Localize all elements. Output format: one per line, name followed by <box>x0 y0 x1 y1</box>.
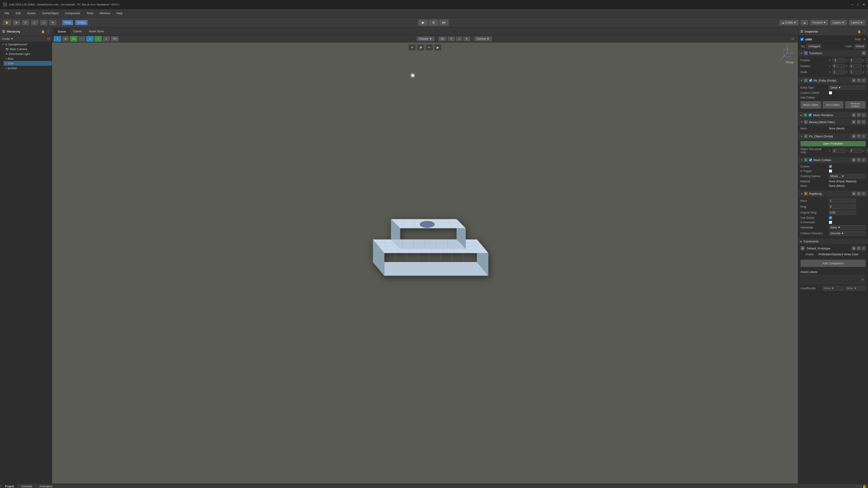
asset-labels-icon[interactable]: ⊕ <box>862 278 864 281</box>
layer-btn-x[interactable]: X <box>86 36 94 41</box>
window-controls[interactable]: ─ □ ✕ <box>851 3 865 6</box>
tool-rect[interactable]: ▭ <box>40 20 48 25</box>
menu-help[interactable]: Help <box>114 11 125 16</box>
is-trigger-checkbox[interactable] <box>829 169 832 173</box>
dp-more[interactable]: ⋮ <box>862 246 866 250</box>
global-btn[interactable]: Global <box>75 20 88 25</box>
mesh-renderer-more[interactable]: ⋮ <box>862 113 866 117</box>
play-btn[interactable]: ▶ <box>418 19 428 26</box>
mesh-collider-btn[interactable]: Mesh Collider <box>800 101 821 109</box>
layer-btn-3d[interactable]: 3D▾ <box>111 36 119 41</box>
account-btn[interactable]: Account ▼ <box>810 20 829 25</box>
menu-file[interactable]: File <box>2 11 12 16</box>
hierarchy-more[interactable]: ⋮ <box>46 30 50 33</box>
lighting-btn[interactable]: ☀ <box>447 36 455 41</box>
hierarchy-item-camera[interactable]: 📷 Main Camera <box>4 47 52 52</box>
scale-y-input[interactable] <box>849 70 862 74</box>
mesh-filter-more[interactable]: ⋮ <box>862 120 866 124</box>
ab-value1[interactable]: None ▼ <box>823 286 843 291</box>
layer-btn-y[interactable]: Y <box>94 36 102 41</box>
pb-object-settings[interactable]: ⚙ <box>852 134 856 138</box>
inspector-more[interactable]: ⋮ <box>863 30 866 33</box>
tab-game[interactable]: Game <box>70 28 85 34</box>
drag-input[interactable] <box>829 204 856 209</box>
bottom-minimize[interactable]: ─ <box>857 485 859 488</box>
tool-move[interactable]: ⊕ <box>13 20 20 25</box>
tab-asset-store[interactable]: Asset Store <box>85 28 107 34</box>
mesh-filter-settings[interactable]: ⚙ <box>852 120 856 124</box>
collab-btn[interactable]: ☁ Collab ▼ <box>779 20 799 25</box>
tool-scale[interactable]: ⤢ <box>31 20 38 25</box>
vp-tool-draw[interactable]: ✏ <box>426 44 433 51</box>
tool-hand[interactable]: ✋ <box>3 20 11 25</box>
tab-console[interactable]: Console <box>18 484 35 488</box>
collision-detection-dropdown[interactable]: Discrete ▼ <box>829 231 866 236</box>
rot-x-input[interactable] <box>833 64 845 68</box>
layer-btn-move[interactable]: → <box>78 36 86 41</box>
pb-object-header[interactable]: ▼ S Pb_Object (Script) ⚙ ? ⋮ <box>798 133 868 140</box>
bottom-maximize[interactable]: □ <box>860 485 862 488</box>
mesh-renderer-help[interactable]: ? <box>857 113 861 117</box>
dp-help[interactable]: ? <box>857 246 861 250</box>
vp-tool-light[interactable]: ☀ <box>408 44 416 51</box>
layout-btn[interactable]: Layout ▼ <box>849 20 865 25</box>
hierarchy-lock[interactable]: 🔒 <box>41 30 45 33</box>
hierarchy-item-floor[interactable]: □ floor <box>4 56 52 61</box>
pb-entity-help[interactable]: ? <box>857 78 861 83</box>
layers-btn[interactable]: Layers ▼ <box>830 20 847 25</box>
layer-btn-on[interactable]: ON <box>70 36 77 41</box>
add-component-btn[interactable]: Add Component <box>800 260 866 267</box>
is-kinematic-checkbox[interactable] <box>829 221 832 224</box>
bottom-lock[interactable]: 🔒 <box>862 485 866 488</box>
rigidbody-settings[interactable]: ⚙ <box>852 192 856 196</box>
scale-x-input[interactable] <box>833 70 845 74</box>
mesh-renderer-header[interactable]: ▶ M Mesh Renderer ⚙ ? ⋮ <box>798 111 868 119</box>
audio-btn[interactable]: ♪ <box>456 36 462 41</box>
menu-assets[interactable]: Assets <box>24 11 38 16</box>
mesh-filter-help[interactable]: ? <box>857 120 861 124</box>
box-collider-btn[interactable]: Box Collider <box>823 101 843 109</box>
inspector-lock[interactable]: 🔒 <box>857 30 861 33</box>
tag-value-btn[interactable]: Untagged <box>807 44 822 48</box>
pos-x-input[interactable] <box>833 58 845 63</box>
tab-scene[interactable]: Scene <box>54 28 70 35</box>
cloud-btn[interactable]: ☁ <box>801 20 808 25</box>
menu-component[interactable]: Component <box>62 11 83 16</box>
rigidbody-header[interactable]: ▼ R Rigidbody ⚙ ? ⋮ <box>798 190 868 197</box>
cooking-options-dropdown[interactable]: Mixed ... ▼ <box>829 174 866 178</box>
close-btn[interactable]: ✕ <box>863 3 865 6</box>
scene-viewport[interactable]: ✷ ☀ ⚡ ✏ ▶ <box>52 42 798 484</box>
constraints-header[interactable]: ▶ Constraints <box>798 238 868 245</box>
remove-collider-btn[interactable]: Remove Collider <box>845 101 866 109</box>
gizmos-btn[interactable]: Gizmos ▼ <box>474 36 492 41</box>
pb-entity-header[interactable]: ▼ J Pb_Entity (Script) ⚙ ? ⋮ <box>798 77 868 84</box>
mass-input[interactable] <box>829 199 856 203</box>
rot-z-input[interactable] <box>866 64 868 68</box>
rot-y-input[interactable] <box>849 64 862 68</box>
interpolate-dropdown[interactable]: None ▼ <box>829 225 866 230</box>
entity-type-dropdown[interactable]: Detail ▼ <box>829 86 866 90</box>
mesh-filter-header[interactable]: ▼ F [None] (Mesh Filter) ⚙ ? ⋮ <box>798 119 868 125</box>
layer-btn-1[interactable]: 1 <box>54 36 61 41</box>
tab-animation[interactable]: Animation <box>36 484 56 488</box>
pb-object-help[interactable]: ? <box>857 134 861 138</box>
2d-btn[interactable]: 2D <box>438 36 447 41</box>
menu-tools[interactable]: Tools <box>84 11 96 16</box>
tab-project[interactable]: Project <box>2 484 17 488</box>
create-btn[interactable]: Create ▼ <box>2 37 13 40</box>
size-y-input[interactable] <box>849 149 862 153</box>
static-dropdown[interactable]: ▼ <box>863 38 866 41</box>
tool-rotate[interactable]: ↺ <box>22 20 29 25</box>
transform-header[interactable]: ▼ ⟲ Transform ⚙ <box>798 50 868 57</box>
hierarchy-item-coin[interactable]: □ coin <box>4 61 52 66</box>
step-btn[interactable]: ⏭ <box>439 19 449 26</box>
layer-value-btn[interactable]: Default <box>854 44 866 48</box>
pivot-btn[interactable]: Pivot <box>62 20 73 25</box>
pause-btn[interactable]: ⏸ <box>429 19 438 26</box>
pb-object-more[interactable]: ⋮ <box>862 134 866 138</box>
angular-drag-input[interactable] <box>829 210 856 215</box>
rigidbody-help[interactable]: ? <box>857 192 861 196</box>
size-x-input[interactable] <box>833 149 845 153</box>
mesh-renderer-settings[interactable]: ⚙ <box>852 113 856 117</box>
pos-z-input[interactable] <box>866 58 868 63</box>
